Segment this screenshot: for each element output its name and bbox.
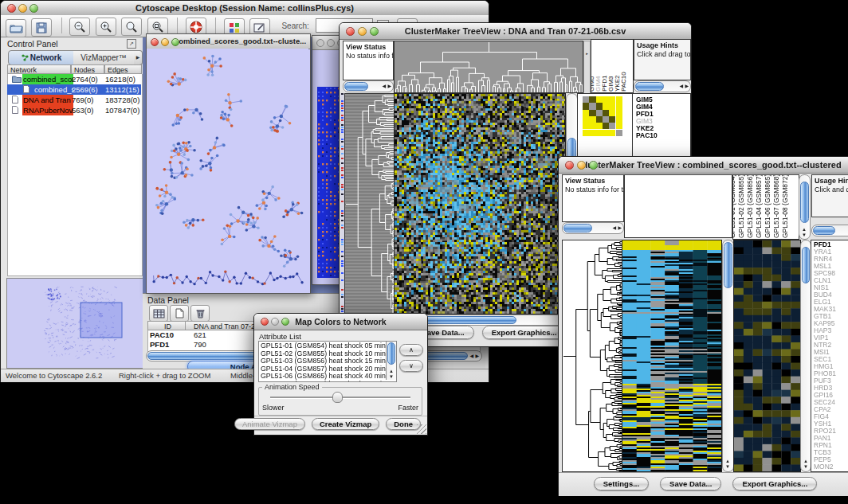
network-table-header: NetworkNodesEdges — [3, 64, 143, 74]
gene-label[interactable]: PAC10 — [634, 132, 658, 139]
matrix-cell — [609, 130, 615, 136]
create-vizmap-button[interactable]: Create Vizmap — [312, 418, 379, 430]
frame1-title-bar[interactable]: combined_scores_good.txt--cluste... — [147, 34, 310, 49]
rotated-array-label[interactable]: GPL51-08 (GSM872) — [782, 174, 789, 238]
tab-vizmapper[interactable]: VizMapper™ — [73, 50, 135, 65]
frame2-close-icon[interactable] — [316, 39, 324, 47]
tv2-hints-scrollbar[interactable]: ◀▶ — [811, 225, 848, 236]
tv2-zoomed-heatmap[interactable] — [733, 240, 801, 472]
network-col-header[interactable]: Edges — [104, 64, 142, 74]
tv1-hints-scrollbar[interactable]: ◀▶ — [634, 80, 691, 92]
tv2-title-bar[interactable]: ClusterMaker TreeView : combined_scores_… — [559, 157, 848, 174]
tab-network[interactable]: Network — [8, 50, 75, 65]
tv2-status-scrollbar[interactable]: ◀▶ — [562, 222, 624, 234]
tv2-heatmap[interactable] — [622, 240, 722, 472]
rotated-array-label[interactable]: GPL51-07 (GSM868) — [773, 174, 780, 238]
tv1-title-bar[interactable]: ClusterMaker TreeView : DNA and Tran 07-… — [340, 23, 691, 40]
minimize-button[interactable] — [18, 4, 27, 13]
delete-attribute-trash-icon[interactable] — [190, 305, 210, 322]
animation-speed-group: Animation Speed Slower Faster — [258, 387, 422, 416]
rotated-array-label[interactable]: GPL51-01 (GSM854) — [732, 174, 736, 238]
tv1-heatmap[interactable] — [394, 93, 566, 315]
data-table-id-header[interactable]: ID — [147, 321, 186, 330]
zoom-out-icon[interactable] — [69, 18, 90, 36]
tv2-usage-hints-box: Usage Hints Click and drag to — [811, 174, 848, 217]
zoom-button[interactable] — [29, 4, 38, 13]
export-graphics-button[interactable]: Export Graphics... — [732, 477, 817, 490]
dense-network-canvas[interactable] — [317, 87, 341, 278]
tv2-heatmap-vscrollbar[interactable]: ▲▼ — [722, 240, 734, 472]
matrix-cell — [616, 116, 622, 123]
tv1-close-button[interactable] — [346, 27, 355, 36]
tv1-row-dendrogram[interactable] — [344, 93, 395, 315]
attribute-list-item[interactable]: GPL51-07 (GSM868) heat shock 60 min — [261, 381, 384, 383]
tv2-title: ClusterMaker TreeView : combined_scores_… — [559, 157, 848, 173]
dialog-resize-grip[interactable] — [417, 424, 426, 434]
network-view-canvas[interactable] — [147, 49, 308, 292]
close-button[interactable] — [7, 4, 16, 13]
frame1-zoom-icon[interactable] — [171, 38, 179, 46]
tv2-zoom-button[interactable] — [589, 161, 598, 170]
attribute-select-icon[interactable] — [149, 305, 168, 322]
rotated-array-label[interactable]: GPL51-06 (GSM865) — [764, 174, 771, 238]
matrix-cell — [616, 110, 622, 116]
settings-button[interactable]: Settings... — [594, 477, 649, 490]
rotated-array-label[interactable]: GPL51-03 (GSM856) — [747, 174, 754, 238]
network-row[interactable]: combined_sco2569(6)13112(15) — [7, 84, 141, 95]
speed-slider-thumb[interactable] — [332, 392, 343, 403]
float-panel-icon[interactable]: ↗ — [127, 39, 136, 49]
open-session-icon[interactable] — [6, 19, 26, 37]
save-session-icon[interactable] — [31, 18, 52, 37]
network-row[interactable]: RNAPuberNov2+563(0)107847(0) — [7, 105, 141, 115]
matrix-cell — [589, 116, 595, 123]
dialog-zoom-button[interactable] — [281, 318, 289, 326]
gene-label[interactable]: MON2 — [812, 463, 836, 471]
tv1-splitter[interactable]: ▸ — [583, 41, 591, 95]
network-row[interactable]: combined_scores2764(0)16218(0) — [7, 74, 141, 84]
tv1-zoom-button[interactable] — [370, 27, 379, 36]
rotated-array-label[interactable]: PAC10 — [620, 72, 627, 92]
birdseye-canvas[interactable] — [7, 279, 141, 366]
tv2-labels-vscrollbar[interactable]: ▲▼ — [799, 174, 811, 240]
rotated-array-label[interactable]: GPL51-04 (GSM857) — [756, 174, 763, 238]
search-label: Search: — [281, 21, 308, 30]
dialog-minimize-button[interactable] — [271, 318, 279, 326]
attribute-listbox[interactable]: GPL51-01 (GSM854) heat shock 05 minGPL51… — [258, 341, 397, 382]
move-down-button[interactable]: ∨ — [399, 360, 423, 372]
birdseye-panel[interactable] — [6, 278, 143, 369]
save-data-button[interactable]: Save Data... — [660, 477, 721, 490]
tv2-zoom-vscrollbar[interactable]: ▲▼ — [800, 240, 811, 472]
tv1-minimize-button[interactable] — [358, 27, 367, 36]
main-title-bar[interactable]: Cytoscape Desktop (Session Name: collins… — [1, 1, 489, 16]
matrix-cell — [583, 116, 589, 123]
tab-overflow-arrow[interactable]: ▶ — [134, 50, 143, 65]
frame1-minimize-icon[interactable] — [161, 38, 169, 46]
move-up-button[interactable]: ∧ — [399, 344, 423, 356]
network-row[interactable]: DNA and Tran 07769(0)183728(0) — [7, 95, 141, 105]
tv2-column-dendrogram-area[interactable] — [624, 174, 732, 238]
network-col-header[interactable]: Network — [7, 64, 71, 74]
frame2-minimize-icon[interactable] — [327, 39, 335, 47]
tv2-row-dendrogram[interactable] — [562, 240, 622, 472]
new-attribute-icon[interactable] — [170, 305, 189, 322]
file-icon — [12, 106, 18, 116]
tv1-column-dendrogram[interactable] — [394, 41, 583, 93]
dialog-title-bar[interactable]: Map Colors to Network — [254, 314, 427, 330]
zoom-selected-icon[interactable] — [121, 18, 142, 36]
matrix-cell — [603, 110, 609, 116]
tv2-minimize-button[interactable] — [577, 161, 586, 170]
attribute-list-scrollbar[interactable]: ▲▼ — [386, 342, 396, 380]
network-frame-main[interactable]: combined_scores_good.txt--cluste... — [146, 33, 311, 294]
zoom-in-icon[interactable] — [96, 18, 116, 36]
dialog-close-button[interactable] — [261, 318, 269, 326]
rotated-array-label[interactable]: GPL51-02 (GSM855) — [738, 174, 745, 238]
export-graphics-button[interactable]: Export Graphics... — [482, 326, 567, 339]
tv2-view-status-box: View Status No status info for this view — [562, 174, 624, 222]
tv1-cluster-matrix[interactable] — [583, 96, 622, 136]
frame1-close-icon[interactable] — [151, 38, 159, 46]
animate-vizmap-button[interactable]: Animate Vizmap — [234, 418, 305, 430]
network-col-header[interactable]: Nodes — [71, 64, 104, 74]
done-button[interactable]: Done — [386, 418, 421, 430]
tv1-status-scrollbar[interactable]: ◀▶ — [343, 80, 394, 92]
tv2-close-button[interactable] — [565, 161, 574, 170]
